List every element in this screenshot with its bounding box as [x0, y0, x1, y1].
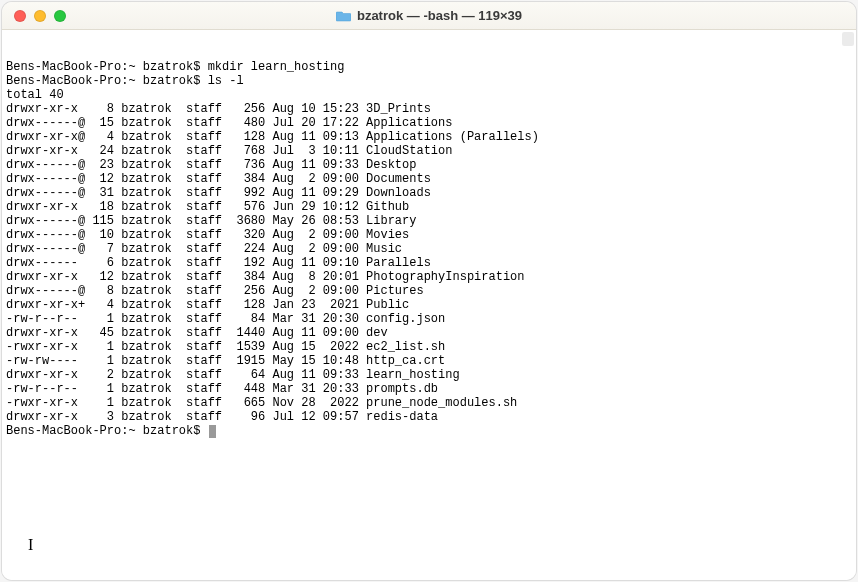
total-line: total 40 — [6, 88, 852, 102]
terminal-cursor — [209, 425, 216, 438]
terminal-content[interactable]: Bens-MacBook-Pro:~ bzatrok$ mkdir learn_… — [2, 30, 856, 580]
listing-row: drwxr-xr-x@ 4 bzatrok staff 128 Aug 11 0… — [6, 130, 852, 144]
text-ibeam-cursor: I — [28, 538, 33, 552]
listing-row: drwxr-xr-x 45 bzatrok staff 1440 Aug 11 … — [6, 326, 852, 340]
listing-row: drwx------@ 15 bzatrok staff 480 Jul 20 … — [6, 116, 852, 130]
prompt-current[interactable]: Bens-MacBook-Pro:~ bzatrok$ — [6, 424, 852, 438]
listing-row: drwxr-xr-x 24 bzatrok staff 768 Jul 3 10… — [6, 144, 852, 158]
listing-row: drwx------@ 12 bzatrok staff 384 Aug 2 0… — [6, 172, 852, 186]
minimize-button[interactable] — [34, 10, 46, 22]
maximize-button[interactable] — [54, 10, 66, 22]
listing-row: drwx------@ 8 bzatrok staff 256 Aug 2 09… — [6, 284, 852, 298]
command-line-2: Bens-MacBook-Pro:~ bzatrok$ ls -l — [6, 74, 852, 88]
listing-row: drwxr-xr-x 8 bzatrok staff 256 Aug 10 15… — [6, 102, 852, 116]
listing-row: drwxr-xr-x 18 bzatrok staff 576 Jun 29 1… — [6, 200, 852, 214]
listing-row: -rwxr-xr-x 1 bzatrok staff 1539 Aug 15 2… — [6, 340, 852, 354]
listing-row: drwx------@ 31 bzatrok staff 992 Aug 11 … — [6, 186, 852, 200]
listing-row: drwx------ 6 bzatrok staff 192 Aug 11 09… — [6, 256, 852, 270]
titlebar[interactable]: bzatrok — -bash — 119×39 — [2, 2, 856, 30]
window-title: bzatrok — -bash — 119×39 — [12, 8, 846, 23]
listing-row: drwx------@ 10 bzatrok staff 320 Aug 2 0… — [6, 228, 852, 242]
listing-row: drwx------@ 7 bzatrok staff 224 Aug 2 09… — [6, 242, 852, 256]
scrollbar-indicator[interactable] — [842, 32, 854, 46]
listing-row: drwxr-xr-x 12 bzatrok staff 384 Aug 8 20… — [6, 270, 852, 284]
folder-icon — [336, 10, 351, 22]
listing-row: drwxr-xr-x 2 bzatrok staff 64 Aug 11 09:… — [6, 368, 852, 382]
listing-row: drwx------@ 115 bzatrok staff 3680 May 2… — [6, 214, 852, 228]
listing-row: -rw-r--r-- 1 bzatrok staff 84 Mar 31 20:… — [6, 312, 852, 326]
listing-row: -rwxr-xr-x 1 bzatrok staff 665 Nov 28 20… — [6, 396, 852, 410]
traffic-lights — [14, 10, 66, 22]
listing-row: drwxr-xr-x 3 bzatrok staff 96 Jul 12 09:… — [6, 410, 852, 424]
listing-row: -rw-r--r-- 1 bzatrok staff 448 Mar 31 20… — [6, 382, 852, 396]
listing-row: drwx------@ 23 bzatrok staff 736 Aug 11 … — [6, 158, 852, 172]
listing-row: -rw-rw---- 1 bzatrok staff 1915 May 15 1… — [6, 354, 852, 368]
close-button[interactable] — [14, 10, 26, 22]
terminal-window: bzatrok — -bash — 119×39 Bens-MacBook-Pr… — [2, 2, 856, 580]
window-title-text: bzatrok — -bash — 119×39 — [357, 8, 522, 23]
listing-row: drwxr-xr-x+ 4 bzatrok staff 128 Jan 23 2… — [6, 298, 852, 312]
command-line-1: Bens-MacBook-Pro:~ bzatrok$ mkdir learn_… — [6, 60, 852, 74]
